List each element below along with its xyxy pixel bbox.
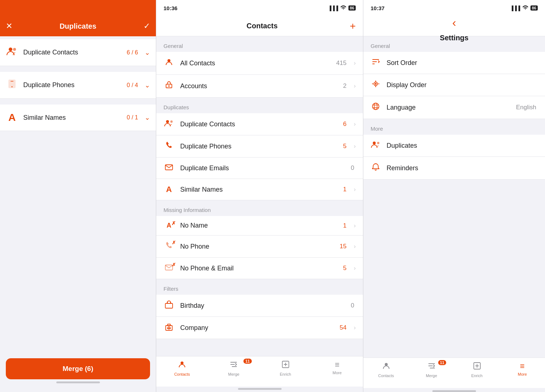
- all-contacts-icon: [164, 58, 174, 69]
- contacts-tab-icon-3: [382, 362, 391, 372]
- list-item[interactable]: Reminders: [363, 157, 545, 180]
- list-item[interactable]: Display Order: [363, 74, 545, 96]
- no-phone-email-count: 5: [343, 265, 346, 272]
- check-button[interactable]: ✓: [144, 21, 150, 31]
- company-icon: [164, 323, 174, 333]
- duplicate-phones-chevron: ⌄: [145, 81, 150, 89]
- more-tab-icon-3: ≡: [520, 362, 525, 371]
- similar-names-icon-2: A: [164, 185, 174, 194]
- duplicate-contacts-count: 6 / 6: [127, 49, 138, 56]
- birthday-count: 0: [351, 302, 354, 309]
- tab-merge-3[interactable]: 11 Merge: [409, 362, 454, 378]
- list-item[interactable]: A✗ No Name 1 ›: [156, 216, 363, 236]
- list-item[interactable]: Duplicate Phones 5 ›: [156, 135, 363, 158]
- wifi-icon-3: [522, 5, 528, 11]
- add-contact-button[interactable]: +: [350, 20, 356, 32]
- close-button[interactable]: ✕: [6, 21, 12, 31]
- signal-icon-3: ▐▐▐: [510, 5, 520, 11]
- back-button[interactable]: ‹: [452, 16, 456, 29]
- more-tab-label-2: More: [332, 371, 342, 375]
- no-phone-email-icon: ✗: [164, 264, 174, 273]
- duplicate-contacts-icon: [6, 46, 18, 58]
- display-order-label: Display Order: [387, 81, 538, 89]
- duplicate-phones-count: 0 / 4: [127, 82, 138, 89]
- tab-enrich-3[interactable]: Enrich: [454, 362, 500, 378]
- no-name-icon: A✗: [164, 222, 174, 229]
- tab-more-2[interactable]: ≡ More: [311, 360, 363, 375]
- similar-names-chevron: ⌄: [145, 114, 150, 122]
- merge-badge-3: 11: [438, 360, 446, 365]
- more-tab-icon: ≡: [335, 360, 339, 369]
- company-chevron: ›: [354, 324, 356, 331]
- birthday-icon: [164, 301, 174, 311]
- list-item[interactable]: Duplicate Contacts 6 ›: [156, 113, 363, 135]
- dup-emails-count: 0: [351, 164, 354, 172]
- list-item[interactable]: Company 54 ›: [156, 317, 363, 339]
- merge-tab-icon: [229, 360, 238, 371]
- svg-point-31: [374, 103, 377, 110]
- reminders-icon: [371, 163, 381, 173]
- dup-contacts-icon: [164, 119, 174, 129]
- svg-point-4: [167, 59, 170, 62]
- list-item[interactable]: A Similar Names 0 / 1 ⌄: [0, 105, 156, 131]
- language-value: English: [516, 104, 536, 111]
- contacts-tab-icon: [178, 360, 186, 371]
- status-bar-2: 10:36 ▐▐▐ 86: [156, 0, 363, 16]
- similar-names-chevron-2: ›: [354, 186, 356, 193]
- status-icons-2: ▐▐▐ 86: [328, 5, 356, 11]
- list-item[interactable]: A Similar Names 1 ›: [156, 179, 363, 200]
- svg-point-37: [385, 363, 388, 366]
- contacts-tab-label-2: Contacts: [174, 372, 190, 376]
- list-item[interactable]: All Contacts 415 ›: [156, 52, 363, 75]
- merge-button[interactable]: Merge (6): [6, 358, 150, 379]
- svg-point-0: [9, 48, 12, 51]
- similar-names-count: 0 / 1: [127, 114, 138, 121]
- tab-enrich-2[interactable]: Enrich: [260, 360, 311, 376]
- home-indicator-3: [432, 390, 476, 392]
- accounts-label: Accounts: [180, 82, 337, 90]
- tab-more-3[interactable]: ≡ More: [500, 362, 545, 376]
- reminders-label: Reminders: [387, 164, 538, 172]
- contacts-title: Contacts: [247, 22, 278, 30]
- settings-panel: 10:37 ▐▐▐ 86 ‹ Settings General Sort Ord…: [363, 0, 545, 392]
- contacts-tab-label-3: Contacts: [378, 373, 394, 378]
- enrich-tab-icon: [281, 360, 290, 371]
- list-item[interactable]: Sort Order: [363, 52, 545, 74]
- list-item[interactable]: Accounts 2 ›: [156, 75, 363, 98]
- settings-list: General Sort Order Display Order Languag…: [363, 36, 545, 358]
- list-item[interactable]: ✗ No Phone & Email 5 ›: [156, 258, 363, 279]
- nav-bar-contacts: Contacts +: [156, 16, 363, 36]
- all-contacts-label: All Contacts: [180, 60, 330, 67]
- list-item[interactable]: Birthday 0: [156, 295, 363, 317]
- dup-phones-chevron: ›: [354, 143, 356, 150]
- list-item[interactable]: Duplicate Phones 0 / 4 ⌄: [0, 72, 156, 99]
- svg-rect-2: [11, 81, 13, 82]
- merge-tab-label-2: Merge: [228, 372, 239, 376]
- merge-tab-label-3: Merge: [426, 373, 437, 378]
- tab-contacts-2[interactable]: Contacts: [156, 360, 208, 376]
- list-item[interactable]: ✗ No Phone 15 ›: [156, 236, 363, 258]
- no-name-count: 1: [343, 222, 346, 229]
- list-item[interactable]: Duplicate Contacts 6 / 6 ⌄: [0, 39, 156, 66]
- tab-contacts-3[interactable]: Contacts: [363, 362, 409, 378]
- list-item[interactable]: Duplicate Emails 0: [156, 158, 363, 179]
- status-bar-3: 10:37 ▐▐▐ 86: [363, 0, 545, 16]
- general-header: General: [363, 36, 545, 52]
- list-item[interactable]: Language English: [363, 96, 545, 119]
- enrich-tab-icon-3: [473, 362, 481, 372]
- wifi-icon: [340, 5, 346, 11]
- all-contacts-count: 415: [336, 60, 346, 67]
- dup-emails-label: Duplicate Emails: [180, 164, 345, 172]
- missing-info-section-header: Missing Information: [156, 200, 363, 216]
- accounts-count: 2: [343, 82, 346, 90]
- svg-point-8: [170, 121, 173, 123]
- svg-point-6: [168, 85, 170, 87]
- language-label: Language: [387, 104, 510, 111]
- duplicate-contacts-chevron: ⌄: [145, 49, 150, 57]
- no-phone-email-chevron: ›: [354, 265, 356, 271]
- status-icons-3: ▐▐▐ 86: [510, 5, 538, 11]
- signal-icon: ▐▐▐: [328, 5, 338, 11]
- svg-point-1: [13, 48, 16, 51]
- tab-merge-2[interactable]: 11 Merge: [208, 360, 259, 376]
- list-item[interactable]: Duplicates: [363, 135, 545, 157]
